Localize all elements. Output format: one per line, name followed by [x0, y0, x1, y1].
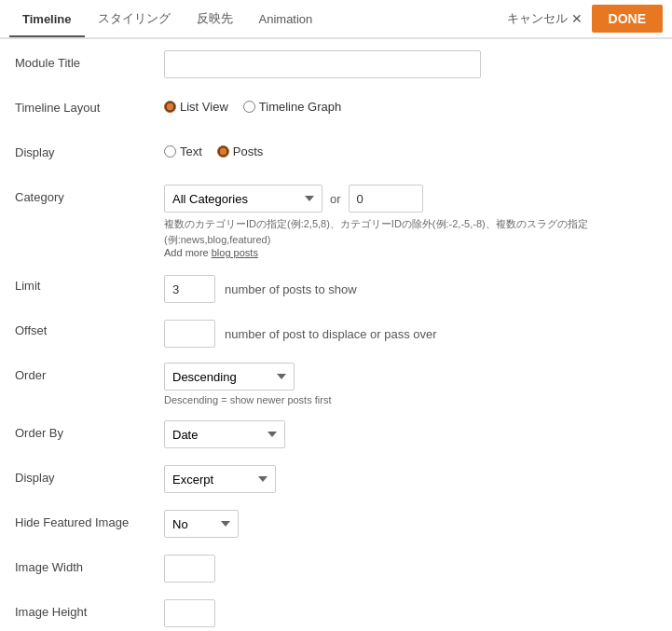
text-option[interactable]: Text: [164, 144, 202, 158]
timeline-graph-radio[interactable]: [243, 101, 255, 113]
category-help-text: 複数のカテゴリーIDの指定(例:2,5,8)、カテゴリーIDの除外(例:-2,-…: [164, 216, 657, 247]
header: Timeline スタイリング 反映先 Animation キャンセル ✕ DO…: [0, 0, 672, 39]
display-format-control: Excerpt Full Content Off: [164, 465, 657, 493]
module-title-label: Module Title: [15, 50, 164, 70]
list-view-option[interactable]: List View: [164, 100, 228, 114]
image-width-label: Image Width: [15, 555, 164, 574]
offset-row: Offset number of post to displace or pas…: [15, 318, 657, 348]
module-title-row: Module Title: [15, 50, 657, 80]
offset-input[interactable]: [164, 320, 215, 348]
cancel-button[interactable]: キャンセル ✕: [507, 10, 583, 27]
timeline-graph-label: Timeline Graph: [259, 100, 341, 114]
limit-row: Limit number of posts to show: [15, 273, 657, 303]
hide-featured-image-control: No Yes: [164, 510, 657, 538]
hide-featured-image-select[interactable]: No Yes: [164, 510, 239, 538]
category-select[interactable]: All Categories: [164, 185, 322, 213]
list-view-label: List View: [180, 100, 228, 114]
text-label: Text: [180, 144, 202, 158]
category-id-input[interactable]: [349, 185, 423, 213]
order-row: Order Descending Ascending Descending = …: [15, 363, 657, 405]
display-format-label: Display: [15, 465, 164, 485]
image-height-control: [164, 599, 657, 627]
limit-label: Limit: [15, 273, 164, 293]
display-type-row: Display Text Posts: [15, 140, 657, 170]
module-title-input[interactable]: [164, 50, 481, 78]
form-content: Module Title Timeline Layout List View T…: [0, 39, 672, 631]
header-actions: キャンセル ✕ DONE: [507, 5, 663, 33]
offset-suffix: number of post to displace or pass over: [225, 327, 437, 341]
timeline-layout-label: Timeline Layout: [15, 95, 164, 115]
offset-label: Offset: [15, 318, 164, 337]
list-view-radio[interactable]: [164, 101, 176, 113]
posts-label: Posts: [233, 144, 264, 158]
category-row: Category All Categories or 複数のカテゴリーIDの指定…: [15, 185, 657, 258]
tab-destination[interactable]: 反映先: [184, 1, 246, 38]
display-format-row: Display Excerpt Full Content Off: [15, 465, 657, 495]
limit-inline-row: number of posts to show: [164, 273, 657, 303]
category-control: All Categories or 複数のカテゴリーIDの指定(例:2,5,8)…: [164, 185, 657, 258]
order-label: Order: [15, 363, 164, 382]
limit-control: number of posts to show: [164, 273, 657, 303]
display-format-select[interactable]: Excerpt Full Content Off: [164, 465, 276, 493]
add-more-link[interactable]: Add more blog posts: [164, 247, 657, 258]
timeline-layout-row: Timeline Layout List View Timeline Graph: [15, 95, 657, 125]
hide-featured-image-label: Hide Featured Image: [15, 510, 164, 529]
tab-styling[interactable]: スタイリング: [85, 1, 184, 38]
orderby-select[interactable]: Date Title Author Modified: [164, 420, 285, 448]
order-select[interactable]: Descending Ascending: [164, 363, 295, 391]
orderby-control: Date Title Author Modified: [164, 420, 657, 448]
image-width-control: [164, 555, 657, 583]
display-radio-group: Text Posts: [164, 140, 657, 158]
orderby-label: Order By: [15, 420, 164, 440]
image-width-row: Image Width: [15, 555, 657, 584]
limit-suffix: number of posts to show: [225, 282, 357, 296]
order-note: Descending = show newer posts first: [164, 394, 657, 405]
timeline-graph-option[interactable]: Timeline Graph: [243, 100, 341, 114]
done-button[interactable]: DONE: [592, 5, 663, 33]
limit-input[interactable]: [164, 275, 215, 303]
posts-radio[interactable]: [217, 145, 229, 158]
or-text: or: [330, 192, 341, 206]
cancel-label: キャンセル: [507, 10, 568, 27]
image-height-label: Image Height: [15, 599, 164, 619]
module-title-control: [164, 50, 657, 78]
image-height-input[interactable]: [164, 599, 215, 627]
offset-control: number of post to displace or pass over: [164, 318, 657, 348]
timeline-layout-control: List View Timeline Graph: [164, 95, 657, 114]
posts-option[interactable]: Posts: [217, 144, 264, 158]
display-type-label: Display: [15, 140, 164, 159]
orderby-row: Order By Date Title Author Modified: [15, 420, 657, 450]
offset-inline-row: number of post to displace or pass over: [164, 318, 657, 348]
image-width-input[interactable]: [164, 555, 215, 583]
image-height-row: Image Height: [15, 599, 657, 629]
tab-timeline[interactable]: Timeline: [9, 3, 85, 37]
timeline-layout-radio-group: List View Timeline Graph: [164, 95, 657, 114]
tab-animation[interactable]: Animation: [246, 3, 326, 37]
category-select-row: All Categories or: [164, 185, 657, 213]
close-icon: ✕: [571, 11, 583, 26]
order-control: Descending Ascending Descending = show n…: [164, 363, 657, 405]
category-label: Category: [15, 185, 164, 204]
display-type-control: Text Posts: [164, 140, 657, 158]
hide-featured-image-row: Hide Featured Image No Yes: [15, 510, 657, 540]
text-radio[interactable]: [164, 145, 176, 158]
blog-posts-link[interactable]: blog posts: [212, 247, 258, 258]
